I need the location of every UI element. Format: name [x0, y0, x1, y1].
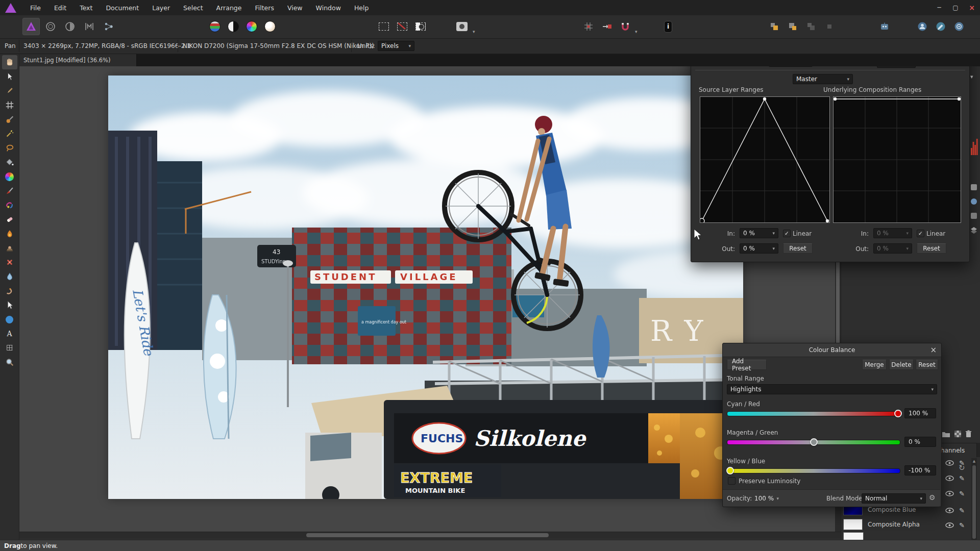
brush-panel-icon[interactable]: [970, 212, 977, 219]
cyan-red-thumb[interactable]: [894, 410, 902, 417]
horizontal-scroll-thumb[interactable]: [306, 533, 549, 537]
invert-selection-button[interactable]: [412, 18, 429, 35]
text-tool[interactable]: A: [2, 327, 17, 341]
tone-mapping-persona-button[interactable]: [81, 18, 98, 35]
view-tool[interactable]: [2, 55, 17, 69]
zoom-tool[interactable]: [2, 355, 17, 369]
flood-select-tool[interactable]: [2, 127, 17, 141]
edit-channel-icon[interactable]: ✎: [959, 507, 965, 514]
blend-mode-dropdown[interactable]: Normal▾: [862, 493, 926, 504]
add-preset-button[interactable]: Add Preset: [727, 360, 767, 370]
liquify-persona-button[interactable]: [42, 18, 59, 35]
histogram-panel-icon[interactable]: [970, 138, 978, 155]
erase-tool[interactable]: [2, 212, 17, 227]
menu-text[interactable]: Text: [73, 4, 99, 12]
shape-tool[interactable]: [2, 312, 17, 327]
yellow-blue-value[interactable]: -100 %: [904, 465, 936, 475]
tonal-range-dropdown[interactable]: Highlights▾: [727, 384, 937, 394]
photo-document[interactable]: STUDENT VILLAGE 43 STUDYinn RY a magnifi…: [108, 76, 743, 499]
magenta-green-thumb[interactable]: [810, 438, 818, 446]
blur-tool[interactable]: [2, 269, 17, 284]
menu-file[interactable]: File: [23, 4, 47, 12]
node-tool[interactable]: [2, 298, 17, 312]
underlying-ranges-graph[interactable]: [833, 96, 961, 223]
edit-channel-icon[interactable]: ✎: [959, 459, 965, 467]
move-forward-button[interactable]: [784, 18, 801, 35]
gradient-tool[interactable]: [2, 169, 17, 184]
clone-stamp-tool[interactable]: [2, 241, 17, 255]
new-mask-icon[interactable]: [954, 430, 962, 438]
move-by-whole-pixels-button[interactable]: [598, 18, 616, 35]
channels-tab[interactable]: hannels: [937, 443, 977, 457]
select-all-button[interactable]: [375, 18, 393, 35]
units-dropdown[interactable]: Pixels▾: [378, 41, 414, 51]
underlying-out-dropdown[interactable]: 0 %▾: [873, 243, 912, 254]
delete-button[interactable]: Delete: [889, 360, 914, 370]
layers-panel-icon[interactable]: [970, 227, 977, 234]
brushes-panel-button[interactable]: [932, 18, 949, 35]
crop-tool[interactable]: [2, 98, 17, 112]
move-tool[interactable]: [2, 69, 17, 84]
photo-persona-button[interactable]: [22, 18, 40, 35]
paint-brush-tool[interactable]: [2, 184, 17, 198]
eye-icon[interactable]: [945, 491, 954, 496]
eye-icon[interactable]: [945, 475, 954, 481]
source-ranges-graph[interactable]: [700, 96, 830, 223]
yellow-blue-thumb[interactable]: [726, 467, 734, 474]
new-group-icon[interactable]: [942, 431, 950, 438]
colour-balance-header[interactable]: Colour Balance ×: [723, 343, 941, 357]
yellow-blue-slider[interactable]: [727, 468, 900, 473]
lasso-tool[interactable]: [2, 141, 17, 155]
auto-white-balance-button[interactable]: [261, 18, 279, 35]
pixel-grid-button[interactable]: [580, 18, 597, 35]
smudge-tool[interactable]: [2, 284, 17, 298]
underlying-reset-button[interactable]: Reset: [917, 243, 946, 254]
source-in-dropdown[interactable]: 0 %▾: [740, 228, 778, 238]
menu-help[interactable]: Help: [348, 4, 376, 12]
auto-levels-button[interactable]: [206, 18, 224, 35]
caret-down-icon[interactable]: ▾: [970, 73, 973, 80]
magenta-green-slider[interactable]: [727, 440, 900, 445]
colour-panel-icon[interactable]: [970, 198, 977, 205]
develop-persona-button[interactable]: [61, 18, 79, 35]
edit-channel-icon[interactable]: ✎: [959, 474, 965, 482]
stock-panel-button[interactable]: [914, 18, 931, 35]
menu-arrange[interactable]: Arrange: [210, 4, 249, 12]
cyan-red-value[interactable]: 100 %: [904, 408, 936, 418]
opacity-dropdown[interactable]: 100 %▾: [751, 493, 782, 504]
canvas-horizontal-scrollbar[interactable]: [19, 532, 841, 538]
close-button[interactable]: ×: [964, 0, 980, 15]
menu-document[interactable]: Document: [99, 4, 145, 12]
magenta-green-value[interactable]: 0 %: [904, 437, 936, 447]
eye-icon[interactable]: [945, 460, 954, 466]
eye-icon[interactable]: [945, 508, 954, 513]
source-linear-checkbox[interactable]: ✓: [783, 230, 791, 237]
source-reset-button[interactable]: Reset: [783, 243, 813, 254]
selection-brush-tool[interactable]: [2, 112, 17, 127]
menu-layer[interactable]: Layer: [145, 4, 177, 12]
minimize-button[interactable]: ─: [931, 0, 947, 15]
pixel-brush-tool[interactable]: [2, 198, 17, 212]
deselect-button[interactable]: [394, 18, 411, 35]
quick-mask-button[interactable]: [453, 18, 471, 35]
metadata-info-button[interactable]: i: [659, 18, 677, 35]
auto-contrast-button[interactable]: [225, 18, 242, 35]
move-to-back-button[interactable]: [821, 18, 838, 35]
help-panel-button[interactable]: [950, 18, 968, 35]
snapping-caret-icon[interactable]: ▾: [635, 30, 638, 34]
swatches-panel-icon[interactable]: [970, 184, 977, 191]
menu-filters[interactable]: Filters: [248, 4, 280, 12]
merge-button[interactable]: Merge: [862, 360, 887, 370]
edit-channel-icon[interactable]: ✎: [959, 521, 965, 529]
close-icon[interactable]: ×: [930, 345, 937, 355]
auto-colour-button[interactable]: [243, 18, 260, 35]
cyan-red-slider[interactable]: [727, 411, 900, 416]
menu-edit[interactable]: Edit: [47, 4, 73, 12]
channels-scrollbar[interactable]: ▲: [971, 458, 977, 540]
colour-picker-tool[interactable]: [2, 84, 17, 98]
maximize-button[interactable]: ▢: [947, 0, 964, 15]
document-tab[interactable]: Stunt1.jpg [Modified] (36.6%): [19, 54, 137, 66]
export-persona-button[interactable]: [100, 18, 117, 35]
snapping-button[interactable]: [617, 18, 634, 35]
channel-dropdown[interactable]: Master▾: [793, 74, 853, 84]
